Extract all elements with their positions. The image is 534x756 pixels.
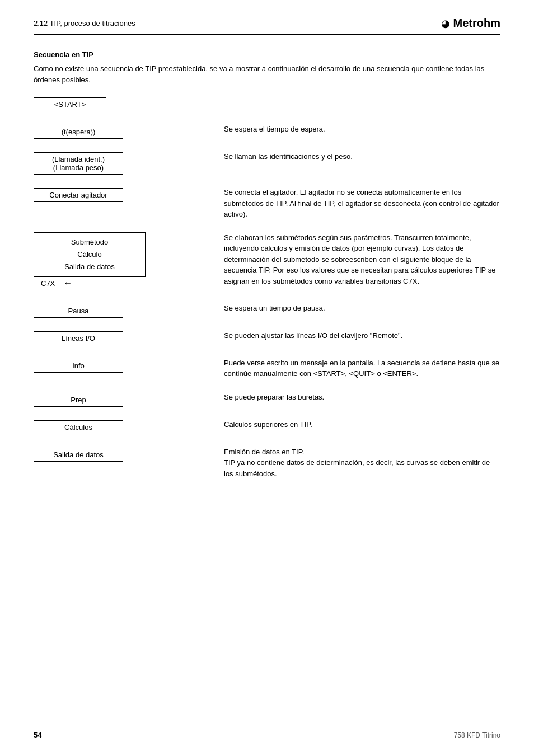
flow-right-agitador: Se conecta el agitador. El agitador no s… (213, 187, 500, 220)
flow-left-calculos: Cálculos (34, 419, 213, 434)
box-salida: Salida de datos (34, 448, 123, 462)
page-number: 54 (34, 731, 41, 739)
logo-text: Metrohm (453, 17, 500, 30)
desc-prep: Se puede preparar las buretas. (224, 393, 324, 401)
flow-row-calculos: Cálculos Cálculos superiores en TIP. (34, 419, 500, 434)
desc-info: Puede verse escrito un mensaje en la pan… (224, 359, 499, 378)
flow-row-agitador: Conectar agitador Se conecta el agitador… (34, 187, 500, 220)
flow-row-llamada: (Llamada ident.)(Llamada peso) Se llaman… (34, 151, 500, 175)
desc-calculos: Cálculos superiores en TIP. (224, 420, 312, 429)
flow-right-submethod: Se elaboran los submétodos según sus par… (213, 232, 500, 287)
flow-row-start: <START> (34, 96, 500, 111)
flow-row-submethod: SubmétodoCálculoSalida de datos C7X ← Se… (34, 232, 500, 290)
page: 2.12 TIP, proceso de titraciones ◕ Metro… (0, 0, 534, 756)
flow-right-calculos: Cálculos superiores en TIP. (213, 419, 500, 430)
page-footer: 54 758 KFD Titrino (0, 727, 534, 739)
flow-right-prep: Se puede preparar las buretas. (213, 392, 500, 403)
logo-icon: ◕ (441, 17, 450, 30)
box-tespera: (t(espera)) (34, 125, 123, 139)
box-lineas: Líneas I/O (34, 331, 123, 345)
flow-right-info: Puede verse escrito un mensaje en la pan… (213, 358, 500, 379)
chapter-title: 2.12 TIP, proceso de titraciones (34, 19, 135, 27)
section-title: Secuencia en TIP (34, 50, 500, 59)
flow-right-salida: Emisión de datos en TIP.TIP ya no contie… (213, 447, 500, 480)
flow-row-lineas: Líneas I/O Se pueden ajustar las líneas … (34, 330, 500, 345)
page-header: 2.12 TIP, proceso de titraciones ◕ Metro… (34, 17, 500, 35)
flow-row-tespera: (t(espera)) Se espera el tiempo de esper… (34, 124, 500, 139)
box-agitador: Conectar agitador (34, 188, 123, 202)
device-name: 758 KFD Titrino (454, 731, 500, 739)
box-start: <START> (34, 97, 106, 111)
box-info: Info (34, 359, 123, 373)
desc-submethod: Se elaboran los submétodos según sus par… (224, 233, 495, 285)
flow-row-pausa: Pausa Se espera un tiempo de pausa. (34, 303, 500, 318)
flow-left-pausa: Pausa (34, 303, 213, 318)
desc-pausa: Se espera un tiempo de pausa. (224, 304, 325, 312)
box-c7x: C7X (34, 276, 62, 290)
flow-left-start: <START> (34, 96, 213, 111)
flow-left-submethod: SubmétodoCálculoSalida de datos C7X ← (34, 232, 213, 290)
box-pausa: Pausa (34, 304, 123, 318)
c7x-row: C7X ← (34, 276, 72, 290)
box-calculos: Cálculos (34, 420, 123, 434)
flow-left-lineas: Líneas I/O (34, 330, 213, 345)
flow-left-agitador: Conectar agitador (34, 187, 213, 202)
flow-right-tespera: Se espera el tiempo de espera. (213, 124, 500, 135)
flow-left-info: Info (34, 358, 213, 373)
flow-row-prep: Prep Se puede preparar las buretas. (34, 392, 500, 407)
box-prep: Prep (34, 393, 123, 407)
flow-left-tespera: (t(espera)) (34, 124, 213, 139)
flow-left-salida: Salida de datos (34, 447, 213, 462)
flow-row-salida: Salida de datos Emisión de datos en TIP.… (34, 447, 500, 480)
flow-row-info: Info Puede verse escrito un mensaje en l… (34, 358, 500, 379)
flow-right-llamada: Se llaman las identificaciones y el peso… (213, 151, 500, 162)
box-llamada: (Llamada ident.)(Llamada peso) (34, 152, 123, 175)
desc-lineas: Se pueden ajustar las líneas I/O del cla… (224, 331, 402, 340)
desc-salida: Emisión de datos en TIP.TIP ya no contie… (224, 448, 490, 478)
desc-llamada: Se llaman las identificaciones y el peso… (224, 152, 353, 161)
flow-left-prep: Prep (34, 392, 213, 407)
flow-left-llamada: (Llamada ident.)(Llamada peso) (34, 151, 213, 175)
intro-text: Como no existe una secuencia de TIP pree… (34, 63, 500, 85)
flow-right-pausa: Se espera un tiempo de pausa. (213, 303, 500, 314)
desc-tespera: Se espera el tiempo de espera. (224, 125, 325, 133)
box-submethod: SubmétodoCálculoSalida de datos (34, 232, 146, 277)
desc-agitador: Se conecta el agitador. El agitador no s… (224, 188, 499, 218)
arrow-icon: ← (63, 278, 72, 288)
flow-diagram: <START> (t(espera)) Se espera el tiempo … (34, 96, 500, 491)
logo: ◕ Metrohm (441, 17, 500, 30)
flow-right-lineas: Se pueden ajustar las líneas I/O del cla… (213, 330, 500, 341)
